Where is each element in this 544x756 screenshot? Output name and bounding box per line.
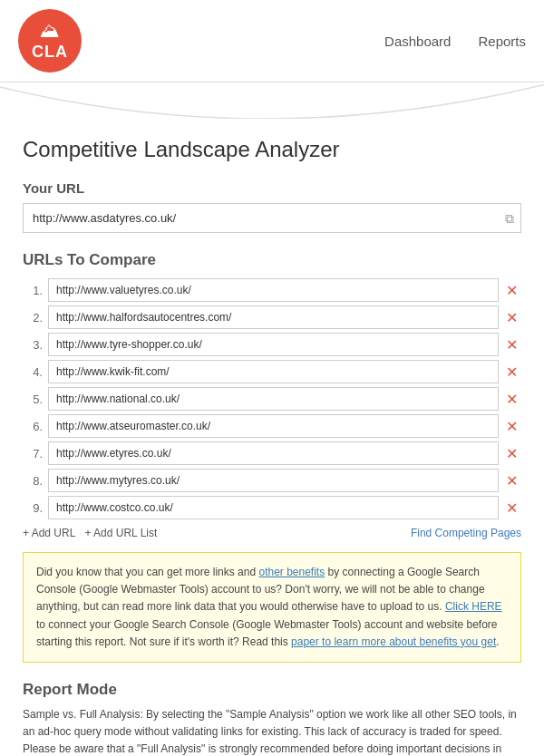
url-row: 1. ✕	[23, 278, 521, 302]
url-num: 6.	[23, 420, 43, 433]
url-actions: + Add URL + Add URL List Find Competing …	[23, 527, 521, 539]
url-num: 1.	[23, 284, 43, 297]
url-input-1[interactable]	[48, 278, 499, 302]
logo-icon: ⛰	[40, 21, 60, 41]
add-url-link[interactable]: + Add URL	[23, 527, 75, 539]
nav-reports[interactable]: Reports	[478, 34, 526, 49]
delete-url-1[interactable]: ✕	[502, 280, 521, 301]
delete-url-5[interactable]: ✕	[502, 389, 521, 410]
find-competing-link[interactable]: Find Competing Pages	[411, 527, 521, 539]
url-input-7[interactable]	[48, 441, 499, 465]
url-num: 8.	[23, 474, 43, 488]
report-mode-desc: Sample vs. Full Analysis: By selecting t…	[23, 706, 521, 756]
url-row: 7. ✕	[23, 441, 521, 465]
report-mode-title: Report Mode	[23, 681, 521, 699]
decorative-arc	[0, 82, 544, 119]
benefits-paper-link[interactable]: paper to learn more about benefits you g…	[291, 635, 496, 648]
info-box: Did you know that you can get more links…	[23, 552, 521, 663]
delete-url-2[interactable]: ✕	[502, 307, 521, 328]
info-text-4: .	[496, 635, 499, 648]
url-list: 1. ✕ 2. ✕ 3. ✕ 4. ✕ 5. ✕ 6.	[23, 278, 521, 519]
url-input-3[interactable]	[48, 333, 499, 356]
delete-url-7[interactable]: ✕	[502, 443, 521, 464]
click-here-link[interactable]: Click HERE	[445, 600, 502, 613]
logo-text: CLA	[32, 43, 68, 62]
delete-url-9[interactable]: ✕	[502, 498, 521, 519]
url-row: 4. ✕	[23, 360, 521, 383]
other-benefits-link[interactable]: other benefits	[258, 566, 325, 578]
url-num: 3.	[23, 338, 43, 352]
delete-url-4[interactable]: ✕	[502, 362, 521, 383]
url-actions-left: + Add URL + Add URL List	[23, 527, 157, 539]
delete-url-6[interactable]: ✕	[502, 416, 521, 437]
url-row: 3. ✕	[23, 333, 521, 356]
url-row: 9. ✕	[23, 496, 521, 519]
your-url-input[interactable]	[23, 203, 521, 233]
url-num: 7.	[23, 447, 43, 460]
copy-icon: ⧉	[505, 210, 514, 226]
url-input-9[interactable]	[48, 496, 499, 519]
url-num: 9.	[23, 501, 43, 515]
url-row: 5. ✕	[23, 387, 521, 411]
compare-title: URLs To Compare	[23, 251, 521, 269]
url-num: 5.	[23, 393, 43, 406]
your-url-label: Your URL	[23, 180, 521, 196]
page-title: Competitive Landscape Analyzer	[23, 137, 521, 162]
nav-dashboard[interactable]: Dashboard	[384, 34, 451, 49]
url-input-6[interactable]	[48, 414, 499, 438]
url-row: 6. ✕	[23, 414, 521, 438]
add-url-list-link[interactable]: + Add URL List	[84, 527, 157, 539]
url-num: 4.	[23, 365, 43, 379]
url-input-2[interactable]	[48, 305, 499, 329]
your-url-wrapper: ⧉	[23, 203, 521, 233]
url-row: 8. ✕	[23, 469, 521, 492]
url-input-5[interactable]	[48, 387, 499, 411]
url-num: 2.	[23, 311, 43, 325]
url-row: 2. ✕	[23, 305, 521, 329]
main-content: Competitive Landscape Analyzer Your URL …	[0, 119, 544, 756]
delete-url-8[interactable]: ✕	[502, 470, 521, 491]
nav: Dashboard Reports	[384, 34, 526, 49]
url-input-8[interactable]	[48, 469, 499, 492]
delete-url-3[interactable]: ✕	[502, 334, 521, 355]
header: ⛰ CLA Dashboard Reports	[0, 0, 544, 82]
arc-svg	[0, 82, 544, 119]
logo: ⛰ CLA	[18, 9, 82, 73]
info-text-1: Did you know that you can get more links…	[36, 566, 258, 578]
url-input-4[interactable]	[48, 360, 499, 383]
